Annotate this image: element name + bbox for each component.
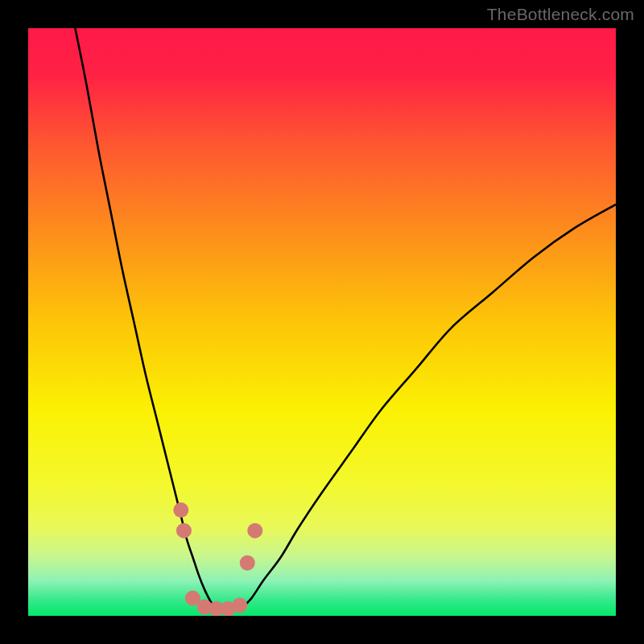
right-curve xyxy=(240,204,616,610)
trough-markers xyxy=(173,502,262,616)
svg-point-1 xyxy=(173,502,188,518)
outer-frame: TheBottleneck.com xyxy=(0,0,644,644)
svg-point-9 xyxy=(247,523,262,539)
svg-point-2 xyxy=(176,523,192,539)
left-curve xyxy=(75,28,216,610)
svg-point-7 xyxy=(232,597,247,613)
svg-point-8 xyxy=(240,555,255,571)
curve-layer xyxy=(28,28,616,616)
watermark-text: TheBottleneck.com xyxy=(487,5,634,24)
plot-area xyxy=(28,28,616,616)
